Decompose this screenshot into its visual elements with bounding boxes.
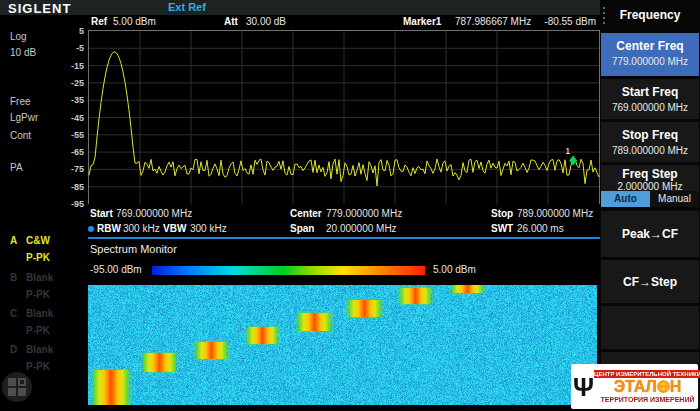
y-axis-tick: -15 bbox=[56, 61, 84, 71]
marker-frequency: 787.986667 MHz bbox=[455, 16, 531, 27]
softkey-value: 769.000000 MHz bbox=[601, 99, 699, 113]
softkey-label: Freq Step bbox=[601, 165, 699, 181]
y-axis-tick: -75 bbox=[56, 164, 84, 174]
badge-top-line: ЦЕНТР ИЗМЕРИТЕЛЬНОЙ ТЕХНИКИ bbox=[594, 370, 700, 378]
menu-title: Frequency bbox=[600, 0, 700, 30]
waterfall-signal-blob bbox=[347, 300, 382, 317]
rbw-label: RBW bbox=[97, 223, 121, 234]
waterfall-signal-blob bbox=[142, 353, 177, 372]
trace-letter: C bbox=[10, 308, 26, 319]
center-freq-label: Center bbox=[290, 208, 322, 219]
etalon-badge: Ψ ЦЕНТР ИЗМЕРИТЕЛЬНОЙ ТЕХНИКИ ЭТАЛН ТЕРР… bbox=[571, 364, 698, 409]
scale-min-label: -95.00 dBm bbox=[90, 264, 142, 275]
trace-c-status: CBlank bbox=[10, 308, 53, 319]
amplitude-scale-label: Log bbox=[10, 31, 27, 42]
ref-value: 5.00 dBm bbox=[113, 16, 156, 27]
waterfall-signal-blob bbox=[451, 285, 484, 293]
start-freq-label: Start bbox=[90, 208, 113, 219]
softkey-label: Start Freq bbox=[601, 79, 699, 99]
grid-layout-icon bbox=[8, 378, 26, 396]
auto-option[interactable]: Auto bbox=[601, 191, 650, 207]
softkey-value: 779.000000 MHz bbox=[601, 53, 699, 67]
softkey-stop-freq[interactable]: Stop Freq 789.000000 MHz bbox=[601, 122, 699, 162]
trace-letter: D bbox=[10, 344, 26, 355]
manual-option[interactable]: Manual bbox=[650, 191, 699, 207]
softkey-label: Center Freq bbox=[601, 33, 699, 53]
globe-icon bbox=[657, 380, 670, 393]
badge-company-name: ЭТАЛН bbox=[594, 378, 700, 396]
waterfall-display bbox=[88, 285, 597, 405]
trace-d-status: DBlank bbox=[10, 344, 53, 355]
preamp-label: PA bbox=[10, 162, 23, 173]
att-label: Att bbox=[224, 16, 238, 27]
badge-name-right: Н bbox=[670, 378, 682, 395]
marker-number: 1 bbox=[565, 146, 570, 156]
rbw-coupled-icon bbox=[88, 226, 94, 232]
trace-b-detector: P-PK bbox=[26, 289, 50, 300]
span-value: 20.000000 MHz bbox=[326, 223, 397, 234]
att-value: 30.00 dB bbox=[246, 16, 286, 27]
menu-drag-handle-icon[interactable] bbox=[603, 7, 605, 24]
waterfall-signal-blob bbox=[297, 313, 332, 331]
trace-mode: Blank bbox=[26, 308, 53, 319]
badge-bottom-line: ТЕРРИТОРИЯ ИЗМЕРЕНИЙ bbox=[594, 396, 700, 403]
top-status-bar: SIGLENT Ext Ref bbox=[0, 0, 600, 15]
trace-a-status: AC&W bbox=[10, 235, 50, 246]
softkey-blank-1[interactable] bbox=[601, 306, 699, 349]
swt-label: SWT bbox=[491, 223, 513, 234]
ref-label: Ref bbox=[91, 16, 107, 27]
marker-label: Marker1 bbox=[403, 16, 441, 27]
softkey-label: Peak→CF bbox=[601, 227, 699, 241]
window-layout-button[interactable] bbox=[2, 372, 32, 402]
rbw-value: 300 kHz bbox=[123, 223, 160, 234]
tuning-fork-icon: Ψ bbox=[573, 367, 594, 407]
marker-diamond-icon[interactable] bbox=[569, 155, 577, 165]
softkey-value: 789.000000 MHz bbox=[601, 142, 699, 156]
span-label: Span bbox=[290, 223, 314, 234]
softkey-start-freq[interactable]: Start Freq 769.000000 MHz bbox=[601, 79, 699, 119]
sweep-mode-label: Cont bbox=[10, 130, 31, 141]
power-mode-label: LgPwr bbox=[10, 112, 38, 123]
trace-mode: Blank bbox=[26, 344, 53, 355]
trace-letter: A bbox=[10, 235, 26, 246]
softkey-freq-step[interactable]: Freq Step 2.000000 MHz Auto Manual bbox=[601, 165, 699, 207]
vbw-value: 300 kHz bbox=[190, 223, 227, 234]
trace-a-detector: P-PK bbox=[26, 252, 50, 263]
siglent-logo: SIGLENT bbox=[8, 1, 71, 16]
trigger-mode-label: Free bbox=[10, 96, 31, 107]
softkey-cf-to-step[interactable]: CF→Step bbox=[601, 260, 699, 303]
stop-freq-label: Stop bbox=[491, 208, 513, 219]
amplitude-color-scale bbox=[152, 266, 425, 275]
spectrum-plot: 1 bbox=[88, 30, 600, 204]
waterfall-noise bbox=[88, 285, 597, 405]
trace-mode: Blank bbox=[26, 272, 53, 283]
center-freq-value: 779.000000 MHz bbox=[326, 208, 402, 219]
softkey-center-freq[interactable]: Center Freq 779.000000 MHz bbox=[601, 33, 699, 76]
softkey-menu: Frequency Center Freq 779.000000 MHz Sta… bbox=[600, 0, 700, 411]
start-freq-value: 769.000000 MHz bbox=[116, 208, 192, 219]
waterfall-signal-blob bbox=[399, 288, 432, 304]
trace-c-detector: P-PK bbox=[26, 325, 50, 336]
section-divider bbox=[88, 237, 600, 239]
y-axis-tick: -65 bbox=[56, 147, 84, 157]
y-axis-tick: -95 bbox=[56, 199, 84, 209]
spectrum-monitor-title: Spectrum Monitor bbox=[90, 243, 177, 255]
trace-letter: B bbox=[10, 272, 26, 283]
badge-name-left: ЭТАЛ bbox=[614, 378, 657, 395]
marker-amplitude: -80.55 dBm bbox=[543, 16, 596, 27]
softkey-label: CF→Step bbox=[601, 275, 699, 289]
y-axis-tick: -45 bbox=[56, 113, 84, 123]
ext-ref-status: Ext Ref bbox=[168, 1, 206, 13]
spectrum-analyzer-screen: SIGLENT Ext Ref Log 10 dB Free LgPwr Con… bbox=[0, 0, 700, 411]
trace-mode: C&W bbox=[26, 235, 50, 246]
menu-title-bar: Frequency bbox=[600, 0, 700, 30]
scale-div-label: 10 dB bbox=[10, 47, 36, 58]
stop-freq-value: 789.000000 MHz bbox=[517, 208, 593, 219]
softkey-peak-to-cf[interactable]: Peak→CF bbox=[601, 211, 699, 257]
trace-b-status: BBlank bbox=[10, 272, 53, 283]
swt-value: 26.000 ms bbox=[517, 223, 564, 234]
softkey-label: Stop Freq bbox=[601, 122, 699, 142]
auto-manual-toggle: Auto Manual bbox=[601, 191, 699, 207]
y-axis-tick: -55 bbox=[56, 130, 84, 140]
y-axis-tick: -5 bbox=[56, 43, 84, 53]
